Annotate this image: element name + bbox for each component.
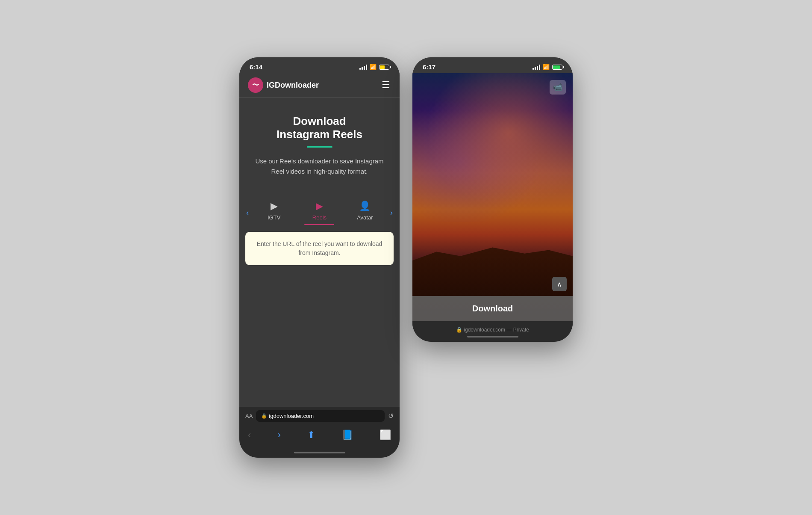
home-indicator-1 xyxy=(239,449,400,458)
url-hint-box: Enter the URL of the reel you want to do… xyxy=(245,232,394,265)
home-indicator-bar-1 xyxy=(294,452,345,453)
tab-igtv[interactable]: ▶ IGTV xyxy=(259,201,289,225)
reels-label: Reels xyxy=(312,214,327,221)
safari-bookmarks-button[interactable]: 📘 xyxy=(341,429,353,441)
logo-wave-icon: 〜 xyxy=(252,81,259,90)
tab-row: ‹ ▶ IGTV ▶ Reels 👤 Avatar › xyxy=(239,194,400,225)
tab-reels[interactable]: ▶ Reels xyxy=(304,201,334,225)
safari-tabs-button[interactable]: ⬜ xyxy=(380,429,391,441)
safari-url-field[interactable]: 🔒 igdownloader.com xyxy=(256,410,385,422)
safari-lock-icon: 🔒 xyxy=(261,413,267,419)
phone-2: 6:17 📶 📹 xyxy=(412,57,573,342)
status-bar-2: 6:17 📶 xyxy=(412,57,573,73)
video-thumbnail: 📹 Download xyxy=(412,73,573,321)
home-indicator-bar-2 xyxy=(467,336,518,337)
app-navbar: 〜 IGDownloader ☰ xyxy=(239,73,400,98)
download-button-overlay[interactable]: Download xyxy=(412,296,573,321)
url-hint-text: Enter the URL of the reel you want to do… xyxy=(252,240,387,258)
hamburger-menu[interactable]: ☰ xyxy=(382,80,391,91)
tab-prev-arrow[interactable]: ‹ xyxy=(244,208,251,217)
safari-reload-button[interactable]: ↺ xyxy=(388,412,394,420)
safari-url-text: igdownloader.com xyxy=(269,413,314,419)
scene: 6:14 📶 〜 IGDownloader xyxy=(222,40,590,475)
tab-next-arrow[interactable]: › xyxy=(388,208,395,217)
safari-aa-button[interactable]: AA xyxy=(245,413,253,419)
status-bar-1: 6:14 📶 xyxy=(239,57,400,73)
hero-section: DownloadInstagram Reels Use our Reels do… xyxy=(239,98,400,185)
phone-2-content: 📹 Download ∧ xyxy=(412,73,573,321)
status-right-2: 📶 xyxy=(533,64,562,70)
wifi-icon-1: 📶 xyxy=(370,64,377,70)
scroll-up-icon: ∧ xyxy=(557,280,562,288)
avatar-label: Avatar xyxy=(357,214,373,221)
wifi-icon-2: 📶 xyxy=(543,64,550,70)
hero-title: DownloadInstagram Reels xyxy=(248,115,391,141)
battery-level-2 xyxy=(553,65,560,69)
safari-share-button[interactable]: ⬆ xyxy=(307,429,315,441)
battery-icon-2 xyxy=(552,65,562,70)
status-right-1: 📶 xyxy=(359,64,389,70)
igtv-icon: ▶ xyxy=(271,201,278,212)
download-button-label: Download xyxy=(472,304,513,313)
phone-1-content: 〜 IGDownloader ☰ DownloadInstagram Reels… xyxy=(239,73,400,407)
hero-underline xyxy=(307,146,332,148)
reels-icon: ▶ xyxy=(316,201,323,212)
safari-bottom-nav: ‹ › ⬆ 📘 ⬜ xyxy=(239,425,400,449)
signal-icon-1 xyxy=(359,65,367,70)
logo-circle: 〜 xyxy=(248,77,263,93)
signal-icon-2 xyxy=(533,65,540,70)
phone2-bottom-bar: 🔒 igdownloader.com — Private xyxy=(412,321,573,333)
phone2-url-display: igdownloader.com — Private xyxy=(464,327,529,333)
home-indicator-2 xyxy=(412,333,573,342)
hero-description: Use our Reels downloader to save Instagr… xyxy=(248,156,391,177)
tab-avatar[interactable]: 👤 Avatar xyxy=(350,201,380,225)
sky-detail xyxy=(412,73,573,222)
video-camera-icon: 📹 xyxy=(550,80,566,95)
safari-url-bar[interactable]: AA 🔒 igdownloader.com ↺ xyxy=(239,407,400,425)
battery-icon-1 xyxy=(379,65,389,70)
scroll-up-button[interactable]: ∧ xyxy=(552,277,567,291)
tabs-inner: ▶ IGTV ▶ Reels 👤 Avatar xyxy=(251,201,388,225)
battery-level-1 xyxy=(380,65,385,69)
time-1: 6:14 xyxy=(250,63,262,71)
logo-text: IGDownloader xyxy=(267,81,319,90)
avatar-icon: 👤 xyxy=(359,201,371,212)
safari-back-button[interactable]: ‹ xyxy=(248,429,251,441)
phone-1: 6:14 📶 〜 IGDownloader xyxy=(239,57,400,458)
phone2-lock-icon: 🔒 xyxy=(456,327,462,333)
safari-forward-button[interactable]: › xyxy=(277,429,280,441)
phone2-url-text: 🔒 igdownloader.com — Private xyxy=(456,327,529,333)
time-2: 6:17 xyxy=(423,63,435,71)
igtv-label: IGTV xyxy=(268,214,280,221)
app-logo: 〜 IGDownloader xyxy=(248,77,319,93)
